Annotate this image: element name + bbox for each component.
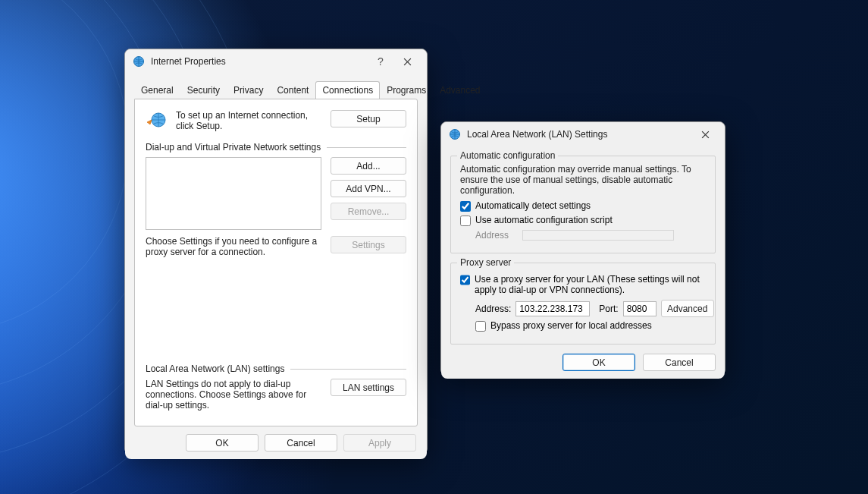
tab-general[interactable]: General [134, 81, 180, 99]
ok-button[interactable]: OK [186, 434, 259, 452]
lan-settings-button[interactable]: LAN settings [331, 379, 406, 396]
tab-content[interactable]: Content [270, 81, 315, 99]
divider [290, 369, 406, 370]
setup-button[interactable]: Setup [331, 110, 406, 127]
proxy-server-legend: Proxy server [457, 257, 514, 268]
connection-settings-button: Settings [331, 236, 406, 253]
use-proxy-checkbox[interactable] [460, 275, 470, 285]
titlebar[interactable]: Local Area Network (LAN) Settings [441, 122, 725, 146]
use-proxy-row[interactable]: Use a proxy server for your LAN (These s… [460, 274, 706, 295]
internet-options-icon [449, 128, 461, 140]
titlebar[interactable]: Internet Properties ? [125, 49, 427, 74]
ok-button[interactable]: OK [562, 354, 635, 371]
auto-detect-checkbox[interactable] [460, 201, 471, 212]
proxy-port-input[interactable] [623, 301, 656, 316]
close-button[interactable] [392, 51, 422, 72]
tabstrip: General Security Privacy Content Connect… [127, 81, 425, 99]
help-button[interactable]: ? [369, 55, 392, 68]
use-proxy-label: Use a proxy server for your LAN (These s… [475, 274, 706, 295]
bypass-row[interactable]: Bypass proxy server for local addresses [475, 320, 706, 332]
proxy-address-input[interactable] [515, 301, 590, 316]
window-title: Internet Properties [151, 56, 369, 67]
add-vpn-button[interactable]: Add VPN... [331, 180, 406, 197]
cancel-button[interactable]: Cancel [643, 354, 716, 371]
tab-security[interactable]: Security [180, 81, 227, 99]
divider [327, 147, 406, 148]
automatic-config-group: Automatic configuration Automatic config… [450, 156, 716, 253]
add-button[interactable]: Add... [331, 157, 406, 175]
bypass-checkbox[interactable] [475, 321, 486, 332]
internet-options-icon [133, 55, 145, 68]
auto-detect-row[interactable]: Automatically detect settings [460, 200, 706, 212]
dialup-connections-list[interactable] [146, 157, 321, 230]
setup-text: To set up an Internet connection, click … [176, 110, 321, 131]
proxy-port-label: Port: [599, 304, 618, 314]
lan-group-label: Local Area Network (LAN) settings [146, 363, 284, 374]
connections-panel: To set up an Internet connection, click … [134, 99, 418, 426]
use-script-checkbox[interactable] [460, 216, 471, 226]
globe-connect-icon [146, 110, 167, 131]
proxy-server-group: Proxy server Use a proxy server for your… [450, 263, 716, 345]
automatic-config-legend: Automatic configuration [457, 150, 558, 161]
remove-button: Remove... [331, 203, 406, 220]
tab-privacy[interactable]: Privacy [227, 81, 270, 99]
tab-programs[interactable]: Programs [380, 81, 433, 99]
internet-properties-window: Internet Properties ? General Security P… [124, 49, 428, 455]
window-title: Local Area Network (LAN) Settings [467, 129, 690, 140]
bypass-label: Bypass proxy server for local addresses [490, 320, 652, 331]
use-script-row[interactable]: Use automatic configuration script [460, 215, 706, 226]
automatic-config-desc: Automatic configuration may override man… [460, 164, 706, 196]
auto-detect-label: Automatically detect settings [475, 200, 591, 211]
cancel-button[interactable]: Cancel [265, 434, 337, 452]
use-script-label: Use automatic configuration script [475, 215, 613, 225]
apply-button: Apply [343, 434, 416, 452]
advanced-button[interactable]: Advanced [661, 300, 714, 317]
proxy-address-label: Address: [475, 304, 511, 314]
script-address-label: Address [475, 230, 518, 241]
lan-settings-window: Local Area Network (LAN) Settings Automa… [440, 121, 725, 376]
lan-desc-text: LAN Settings do not apply to dial-up con… [146, 379, 321, 411]
dialup-group-label: Dial-up and Virtual Private Network sett… [146, 142, 321, 153]
script-address-input [522, 230, 674, 241]
tab-advanced[interactable]: Advanced [433, 81, 487, 99]
choose-settings-text: Choose Settings if you need to configure… [146, 236, 321, 257]
close-button[interactable] [690, 124, 720, 145]
tab-connections[interactable]: Connections [315, 81, 380, 99]
